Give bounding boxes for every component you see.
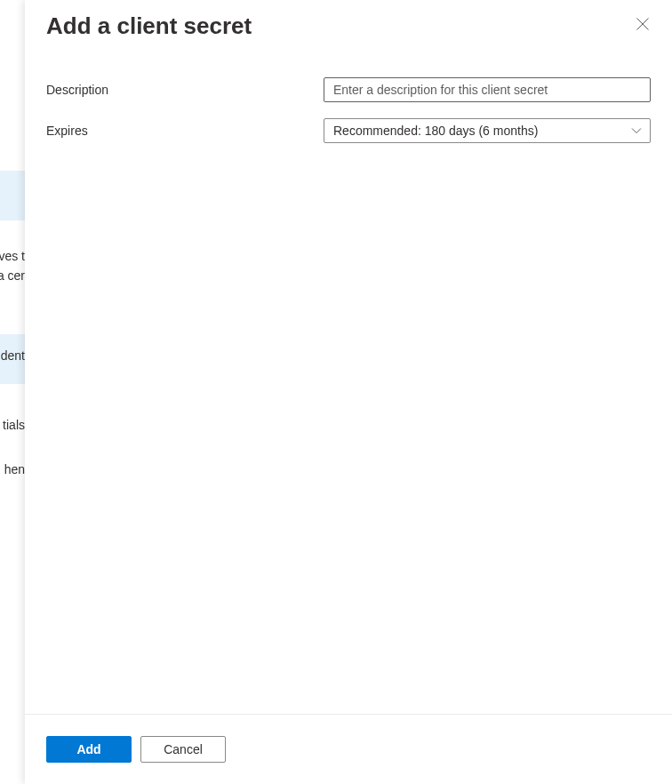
background-page-sliver: ves t a cer dent tials hen [0,0,25,784]
panel-header: Add a client secret [25,0,672,61]
panel-title: Add a client secret [46,12,252,40]
expires-dropdown[interactable]: Recommended: 180 days (6 months) [324,118,651,143]
bg-text-fragment: ves t [0,249,25,263]
expires-select-wrap: Recommended: 180 days (6 months) [324,118,651,143]
expires-control: Recommended: 180 days (6 months) [324,118,651,143]
close-button[interactable] [635,18,651,34]
expires-row: Expires Recommended: 180 days (6 months) [46,118,651,143]
bg-text-fragment: dent [1,348,25,363]
expires-selected-value: Recommended: 180 days (6 months) [333,124,538,138]
close-icon [636,18,649,34]
bg-text-fragment: a cer [0,268,25,283]
cancel-button[interactable]: Cancel [140,736,226,763]
panel-footer: Add Cancel [25,714,672,784]
description-row: Description [46,77,651,102]
bg-highlight [0,171,25,220]
description-input[interactable] [324,77,651,102]
panel-body: Description Expires Recommended: 180 day… [25,61,672,714]
description-control [324,77,651,102]
add-button[interactable]: Add [46,736,132,763]
description-label: Description [46,83,324,97]
bg-text-fragment: tials [3,418,25,432]
add-client-secret-panel: Add a client secret Description Expires [25,0,672,784]
expires-label: Expires [46,124,324,138]
bg-text-fragment: hen [4,462,25,476]
